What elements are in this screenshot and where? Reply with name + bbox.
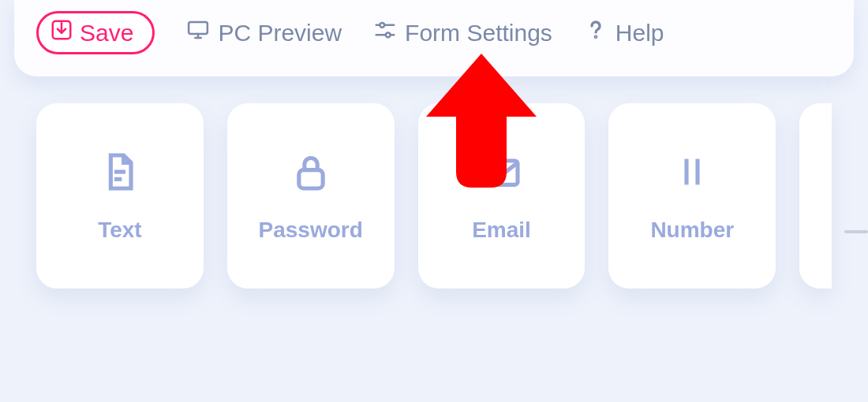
pc-preview-label: PC Preview (218, 20, 342, 47)
field-cards-row: Text Password Email Number (0, 76, 868, 288)
envelope-icon (479, 150, 523, 197)
help-button[interactable]: Help (584, 18, 664, 47)
toolbar: Save PC Preview Form Settings (14, 0, 854, 76)
save-button[interactable]: Save (36, 11, 155, 54)
field-card-email[interactable]: Email (418, 103, 586, 288)
svg-point-9 (595, 36, 597, 38)
field-card-label: Number (650, 218, 734, 243)
pc-preview-button[interactable]: PC Preview (186, 18, 342, 47)
form-settings-label: Form Settings (405, 20, 552, 47)
monitor-icon (186, 18, 210, 47)
field-card-number[interactable]: Number (608, 103, 776, 288)
svg-point-6 (380, 23, 384, 28)
question-icon (584, 18, 608, 47)
field-card-label: Password (259, 218, 363, 243)
form-settings-button[interactable]: Form Settings (373, 18, 552, 47)
svg-rect-12 (299, 169, 323, 188)
lock-icon (289, 150, 333, 197)
field-card-text[interactable]: Text (36, 103, 204, 288)
edge-dash (844, 230, 868, 233)
field-card-password[interactable]: Password (227, 103, 395, 288)
number-icon (670, 150, 714, 197)
field-card-label: Email (472, 218, 531, 243)
svg-point-8 (386, 32, 391, 37)
field-card-more[interactable] (799, 103, 832, 288)
save-button-label: Save (80, 20, 133, 47)
help-label: Help (615, 20, 664, 47)
save-icon (50, 18, 73, 47)
svg-rect-2 (189, 22, 208, 34)
sliders-icon (373, 18, 397, 47)
field-card-label: Text (98, 218, 142, 243)
file-text-icon (98, 150, 142, 197)
